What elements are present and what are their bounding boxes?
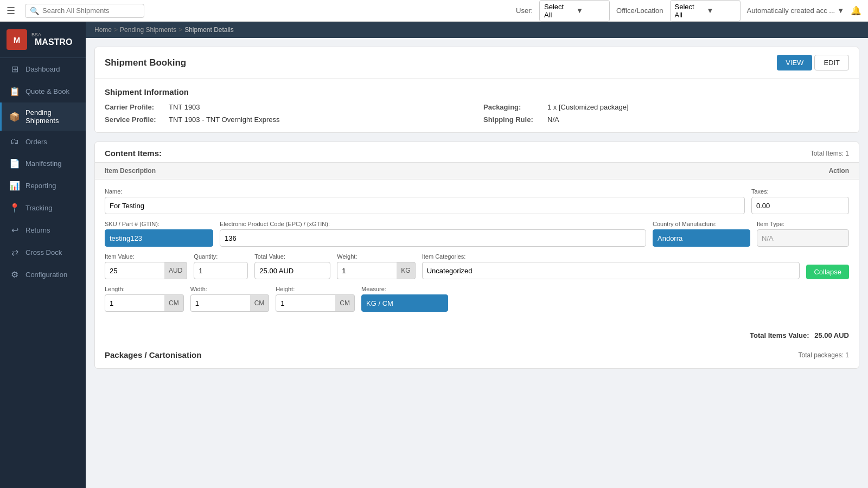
length-input[interactable] bbox=[105, 294, 164, 312]
content-items-card: Content Items: Total Items: 1 Item Descr… bbox=[94, 142, 859, 369]
bell-icon[interactable]: 🔔 bbox=[851, 5, 861, 16]
col-action: Action bbox=[829, 167, 849, 175]
sidebar-item-quote-book[interactable]: 📋 Quote & Book bbox=[0, 80, 86, 102]
item-value-group: Item Value: AUD bbox=[105, 253, 187, 279]
epc-input[interactable] bbox=[220, 229, 646, 247]
packages-title: Packages / Cartonisation bbox=[105, 350, 201, 359]
item-categories-input[interactable] bbox=[422, 262, 800, 279]
sidebar-item-manifesting[interactable]: 📄 Manifesting bbox=[0, 152, 86, 175]
content-items-table-header: Item Description Action bbox=[95, 162, 859, 179]
dimensions-row: Length: CM Width: CM bbox=[105, 286, 849, 312]
width-group: Width: CM bbox=[190, 286, 270, 312]
content-items-title: Content Items: bbox=[105, 149, 162, 158]
length-suffix: CM bbox=[164, 294, 184, 312]
measure-input[interactable] bbox=[361, 294, 448, 312]
total-value-input[interactable] bbox=[254, 262, 330, 279]
sidebar-item-dashboard[interactable]: ⊞ Dashboard bbox=[0, 58, 86, 80]
configuration-icon: ⚙ bbox=[9, 269, 20, 280]
name-taxes-row: Name: Taxes: bbox=[105, 188, 849, 214]
breadcrumb-sep1: > bbox=[114, 26, 118, 34]
packaging-label: Packaging: bbox=[483, 103, 543, 111]
sidebar-item-orders[interactable]: 🗂 Orders bbox=[0, 131, 86, 152]
collapse-button[interactable]: Collapse bbox=[806, 265, 849, 279]
logo-area: M BSA MASTRO bbox=[0, 22, 86, 58]
btn-group: VIEW EDIT bbox=[777, 55, 849, 70]
sidebar-item-configuration[interactable]: ⚙ Configuration bbox=[0, 264, 86, 286]
pending-shipments-icon: 📦 bbox=[9, 112, 20, 122]
returns-icon: ↩ bbox=[9, 225, 20, 235]
sidebar-item-label: Cross Dock bbox=[25, 248, 62, 256]
nav-items: ⊞ Dashboard📋 Quote & Book📦 Pending Shipm… bbox=[0, 58, 86, 286]
logo-text: MASTRO bbox=[35, 37, 72, 47]
sidebar: M BSA MASTRO ⊞ Dashboard📋 Quote & Book📦 … bbox=[0, 22, 86, 488]
sku-input[interactable] bbox=[105, 229, 213, 247]
item-value-suffix: AUD bbox=[164, 262, 187, 279]
height-input[interactable] bbox=[276, 294, 335, 312]
sidebar-item-pending-shipments[interactable]: 📦 Pending Shipments bbox=[0, 102, 86, 131]
total-items-count: Total Items: 1 bbox=[810, 150, 849, 157]
width-input-wrapper: CM bbox=[190, 294, 270, 312]
weight-label: Weight: bbox=[337, 253, 415, 260]
sidebar-item-label: Tracking bbox=[25, 204, 52, 212]
weight-input[interactable] bbox=[337, 262, 397, 279]
content-items-header: Content Items: Total Items: 1 bbox=[95, 142, 859, 162]
height-input-wrapper: CM bbox=[276, 294, 355, 312]
office-select-value: Select All bbox=[675, 3, 704, 19]
breadcrumb-home[interactable]: Home bbox=[94, 26, 112, 34]
auto-created-arrow: ▼ bbox=[837, 7, 844, 15]
values-row: Item Value: AUD Quantity: Total Value: bbox=[105, 253, 849, 279]
item-value-input[interactable] bbox=[105, 262, 164, 279]
edit-button[interactable]: EDIT bbox=[814, 55, 849, 70]
quantity-input[interactable] bbox=[194, 262, 248, 279]
epc-label: Electronic Product Code (EPC) / (xGTIN): bbox=[220, 221, 646, 227]
length-input-wrapper: CM bbox=[105, 294, 184, 312]
total-packages: Total packages: 1 bbox=[799, 351, 849, 359]
sidebar-item-label: Pending Shipments bbox=[25, 108, 78, 125]
card-header: Shipment Booking VIEW EDIT bbox=[95, 47, 859, 79]
sidebar-item-tracking[interactable]: 📍 Tracking bbox=[0, 197, 86, 219]
sidebar-item-reporting[interactable]: 📊 Reporting bbox=[0, 175, 86, 197]
main-layout: M BSA MASTRO ⊞ Dashboard📋 Quote & Book📦 … bbox=[0, 22, 868, 488]
sidebar-item-label: Orders bbox=[25, 138, 47, 146]
width-input[interactable] bbox=[190, 294, 250, 312]
country-input[interactable] bbox=[653, 229, 750, 247]
page-content: Shipment Booking VIEW EDIT Shipment Info… bbox=[86, 38, 868, 488]
view-button[interactable]: VIEW bbox=[777, 55, 812, 70]
user-select[interactable]: Select All ▼ bbox=[539, 0, 610, 22]
quantity-label: Quantity: bbox=[194, 253, 248, 260]
sidebar-item-cross-dock[interactable]: ⇄ Cross Dock bbox=[0, 241, 86, 264]
item-type-input[interactable] bbox=[757, 229, 849, 247]
shipping-rule-row: Shipping Rule: N/A bbox=[483, 115, 849, 124]
logo-sub: BSA bbox=[31, 32, 72, 37]
cross-dock-icon: ⇄ bbox=[9, 247, 20, 258]
breadcrumb-pending[interactable]: Pending Shipments bbox=[120, 26, 176, 34]
service-value: TNT 1903 - TNT Overnight Express bbox=[169, 115, 279, 124]
sku-epc-row: SKU / Part # (GTIN): Electronic Product … bbox=[105, 221, 849, 247]
taxes-input[interactable] bbox=[751, 197, 849, 214]
total-items-value: 25.00 AUD bbox=[814, 331, 849, 339]
breadcrumb-sep2: > bbox=[178, 26, 182, 34]
name-group: Name: bbox=[105, 188, 745, 214]
dashboard-icon: ⊞ bbox=[9, 64, 20, 74]
item-value-input-wrapper: AUD bbox=[105, 262, 187, 279]
shipping-rule-value: N/A bbox=[547, 115, 559, 124]
height-group: Height: CM bbox=[276, 286, 355, 312]
sidebar-item-returns[interactable]: ↩ Returns bbox=[0, 219, 86, 241]
name-input[interactable] bbox=[105, 197, 745, 214]
service-label: Service Profile: bbox=[105, 115, 164, 124]
shipping-rule-label: Shipping Rule: bbox=[483, 115, 543, 124]
search-box: 🔍 bbox=[25, 4, 144, 18]
search-input[interactable] bbox=[42, 7, 135, 15]
office-select[interactable]: Select All ▼ bbox=[670, 0, 741, 22]
reporting-icon: 📊 bbox=[9, 181, 20, 191]
sidebar-item-label: Dashboard bbox=[25, 65, 60, 73]
sidebar-item-label: Configuration bbox=[25, 271, 67, 279]
logo-letter: M bbox=[14, 35, 21, 44]
shipment-booking-card: Shipment Booking VIEW EDIT Shipment Info… bbox=[94, 47, 859, 133]
taxes-label: Taxes: bbox=[751, 188, 849, 195]
carrier-row: Carrier Profile: TNT 1903 bbox=[105, 103, 470, 111]
logo-box: M bbox=[7, 29, 27, 50]
hamburger-icon[interactable]: ☰ bbox=[7, 5, 15, 17]
breadcrumb: Home > Pending Shipments > Shipment Deta… bbox=[86, 22, 868, 38]
shipment-info-title: Shipment Information bbox=[105, 87, 849, 97]
